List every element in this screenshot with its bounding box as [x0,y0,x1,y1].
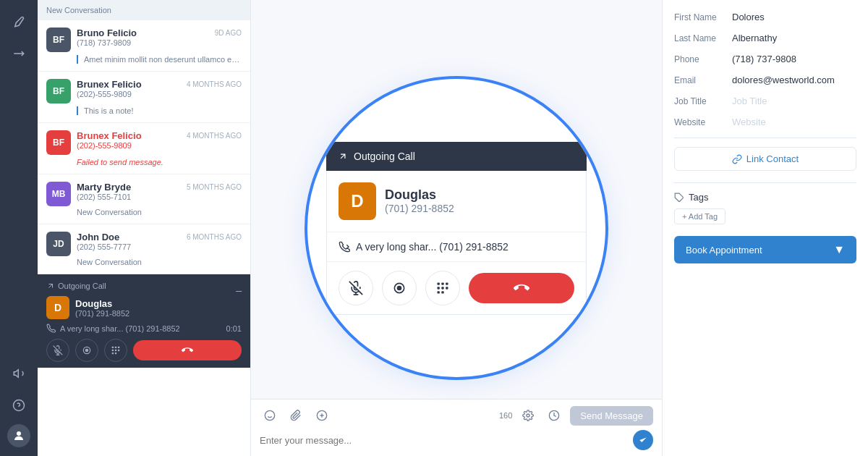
svg-rect-26 [441,287,443,289]
svg-rect-29 [441,291,443,293]
avatar: BF [46,28,71,52]
send-circle-button[interactable] [633,430,653,450]
end-call-button[interactable] [133,340,242,360]
svg-rect-9 [115,350,116,351]
chat-input-area: 160 Send Message [251,399,662,456]
conv-time: 6 MONTHS AGO [187,233,242,241]
svg-rect-12 [115,352,116,354]
list-item[interactable]: BF Brunex Felicio 4 MONTHS AGO (202)-555… [38,123,250,174]
svg-point-0 [14,400,25,411]
avatar: BF [46,79,71,104]
outgoing-contact-phone: (701) 291-8852 [75,309,129,318]
call-duration: 0:01 [226,324,242,333]
sidebar [0,0,38,456]
conv-time: 4 MONTHS AGO [187,132,242,140]
svg-rect-24 [446,282,448,284]
tags-label: Tags [689,192,708,203]
list-item[interactable]: MB Marty Bryde 5 MONTHS AGO (202) 555-71… [38,174,250,224]
compose-icon[interactable] [6,9,32,35]
svg-rect-27 [446,287,448,289]
email-field: Email dolores@westworld.com [674,75,856,85]
website-field: Website Website [674,117,856,127]
svg-rect-23 [441,282,443,284]
svg-rect-22 [438,282,440,284]
conv-new-label: New Conversation [46,258,242,266]
book-appointment-button[interactable]: Book Appointment ▼ [674,236,856,263]
svg-rect-6 [115,347,116,348]
list-item[interactable]: JD John Doe 6 MONTHS AGO (202) 555-7777 … [38,224,250,274]
clock-icon[interactable] [544,405,564,426]
mute-button[interactable] [46,339,69,362]
last-name-field: Last Name Albernathy [674,33,856,43]
svg-rect-25 [438,287,440,289]
conv-name: Bruno Felicio [77,28,137,38]
outgoing-bar-title: Outgoing Call [46,282,106,290]
conv-phone: (202)-555-9809 [77,90,242,98]
avatar: BF [46,130,71,155]
add-icon[interactable] [312,405,332,426]
svg-rect-10 [118,350,119,351]
outgoing-call-modal: Outgoing Call D Douglas (701) 291-8852 A… [305,76,608,380]
conv-name: Brunex Felicio [77,79,142,90]
chevron-down-icon: ▼ [833,243,845,256]
forward-icon[interactable] [6,41,32,67]
modal-contact: D Douglas (701) 291-8852 [327,171,586,232]
svg-rect-5 [112,347,114,348]
megaphone-icon[interactable] [6,360,32,387]
modal-shared-line: A very long shar... (701) 291-8852 [327,232,586,262]
modal-mute-button[interactable] [339,271,373,305]
svg-point-13 [265,410,274,420]
conv-phone: (202)-555-9809 [77,141,242,150]
svg-point-1 [17,431,21,436]
list-item[interactable]: BF Brunex Felicio 4 MONTHS AGO (202)-555… [38,72,250,123]
keypad-button[interactable] [104,339,127,362]
phone-field: Phone (718) 737-9808 [674,54,856,64]
record-button[interactable] [75,339,98,362]
conv-name: John Doe [77,232,119,242]
outgoing-call-bar: Outgoing Call _ D Douglas (701) 291-8852… [38,274,250,368]
modal-header: Outgoing Call [326,142,587,171]
minimize-button[interactable]: _ [236,280,242,292]
svg-point-17 [527,414,529,417]
conv-name: Brunex Felicio [77,130,142,141]
svg-rect-7 [118,347,119,348]
svg-rect-11 [112,352,114,354]
job-title-field: Job Title Job Title [674,96,856,106]
modal-end-call-button[interactable] [469,273,574,303]
conv-time: 5 MONTHS AGO [187,183,242,191]
send-message-button[interactable]: Send Message [570,406,653,426]
right-panel: First Name Dolores Last Name Albernathy … [662,0,868,456]
link-contact-button[interactable]: Link Contact [674,147,856,171]
list-item[interactable]: BF Bruno Felicio 9D AGO (718) 737-9809 A… [38,20,250,72]
add-tag-button[interactable]: + Add Tag [674,208,726,224]
avatar: JD [46,232,71,256]
outgoing-avatar: D [46,296,69,319]
attachment-icon[interactable] [286,405,306,426]
conv-phone: (718) 737-9809 [77,38,242,47]
user-avatar[interactable] [7,424,30,447]
conv-preview: Amet minim mollit non deserunt ullamco e… [77,55,242,64]
conv-time: 4 MONTHS AGO [187,80,242,88]
conv-preview: This is a note! [77,106,242,115]
help-icon[interactable] [6,392,32,418]
modal-contact-name: Douglas [385,187,454,203]
conv-phone: (202) 555-7777 [77,242,242,251]
conv-name: Marty Bryde [77,182,131,193]
first-name-field: First Name Dolores [674,12,856,22]
settings-icon[interactable] [518,405,538,426]
modal-keypad-button[interactable] [425,271,460,305]
divider [674,182,856,183]
message-input[interactable] [260,435,627,446]
modal-avatar: D [339,182,376,220]
conversations-panel: New Conversation BF Bruno Felicio 9D AGO… [38,0,251,456]
emoji-icon[interactable] [260,405,280,426]
char-count: 160 [499,411,512,420]
conv-header: New Conversation [38,0,250,20]
tags-section: Tags + Add Tag [674,192,856,224]
modal-record-button[interactable] [382,271,417,305]
svg-rect-28 [438,291,440,293]
modal-contact-phone: (701) 291-8852 [385,203,454,214]
conv-time: 9D AGO [215,29,242,37]
conv-new-label: New Conversation [46,208,242,216]
svg-point-4 [85,349,88,352]
